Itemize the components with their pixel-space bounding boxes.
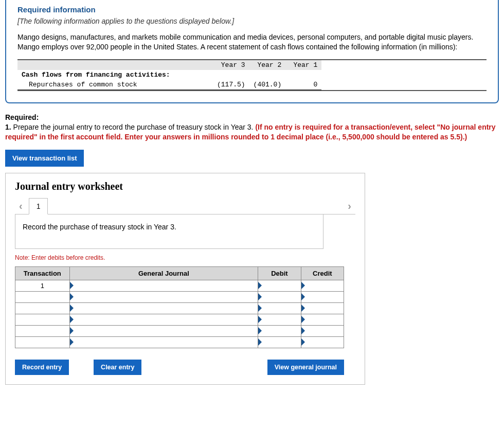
required-block: Required: 1. Prepare the journal entry t… bbox=[5, 113, 499, 142]
account-cell[interactable] bbox=[69, 314, 258, 326]
col-general-journal: General Journal bbox=[69, 267, 258, 280]
dropdown-icon bbox=[301, 282, 305, 289]
debit-cell[interactable] bbox=[258, 326, 301, 337]
debit-cell[interactable] bbox=[258, 280, 301, 292]
account-cell[interactable] bbox=[69, 303, 258, 314]
required-label: Required: bbox=[5, 113, 39, 121]
col-year2: Year 2 bbox=[249, 60, 286, 70]
section-label: Cash flows from financing activities: bbox=[17, 70, 213, 80]
credit-cell[interactable] bbox=[301, 303, 344, 314]
transaction-cell bbox=[15, 326, 70, 337]
view-transaction-list-button[interactable]: View transaction list bbox=[5, 150, 84, 167]
required-information-title: Required information bbox=[17, 5, 487, 14]
tab-1[interactable]: 1 bbox=[29, 198, 48, 214]
account-cell[interactable] bbox=[69, 280, 258, 292]
dropdown-icon bbox=[70, 305, 74, 312]
row-repurchases-y1: 0 bbox=[285, 80, 321, 90]
dropdown-icon bbox=[70, 338, 74, 346]
credit-cell[interactable] bbox=[301, 314, 344, 326]
view-general-journal-button[interactable]: View general journal bbox=[267, 360, 344, 375]
record-entry-button[interactable]: Record entry bbox=[15, 360, 69, 375]
account-cell[interactable] bbox=[69, 292, 258, 303]
dropdown-icon bbox=[301, 305, 305, 312]
clear-entry-button[interactable]: Clear entry bbox=[94, 360, 141, 375]
required-item-number: 1. bbox=[5, 123, 11, 131]
applies-note: [The following information applies to th… bbox=[17, 17, 487, 25]
chevron-right-icon[interactable]: › bbox=[344, 200, 355, 212]
dropdown-icon bbox=[258, 316, 262, 323]
dropdown-icon bbox=[301, 327, 305, 334]
dropdown-icon bbox=[301, 316, 305, 323]
debit-cell[interactable] bbox=[258, 303, 301, 314]
col-transaction: Transaction bbox=[15, 267, 70, 280]
account-cell[interactable] bbox=[69, 337, 258, 348]
row-repurchases-y3: (117.5) bbox=[213, 80, 249, 90]
required-text: Prepare the journal entry to record the … bbox=[11, 123, 256, 131]
credit-cell[interactable] bbox=[301, 337, 344, 348]
debit-cell[interactable] bbox=[258, 314, 301, 326]
col-credit: Credit bbox=[301, 267, 344, 280]
credit-cell[interactable] bbox=[301, 280, 344, 292]
credit-cell[interactable] bbox=[301, 326, 344, 337]
scenario-paragraph: Mango designs, manufactures, and markets… bbox=[17, 32, 487, 52]
note-debits-before-credits: Note: Enter debits before credits. bbox=[15, 254, 355, 261]
transaction-cell bbox=[15, 314, 70, 326]
worksheet-tab-row: ‹ 1 › bbox=[15, 198, 355, 214]
dropdown-icon bbox=[301, 293, 305, 300]
dropdown-icon bbox=[258, 305, 262, 312]
debit-cell[interactable] bbox=[258, 337, 301, 348]
dropdown-icon bbox=[70, 327, 74, 334]
dropdown-icon bbox=[258, 282, 262, 289]
worksheet-title: Journal entry worksheet bbox=[15, 181, 355, 192]
transaction-cell bbox=[15, 337, 70, 348]
credit-cell[interactable] bbox=[301, 292, 344, 303]
journal-entry-worksheet: Journal entry worksheet ‹ 1 › Record the… bbox=[5, 173, 365, 385]
col-debit: Debit bbox=[258, 267, 301, 280]
dropdown-icon bbox=[70, 316, 74, 323]
required-information-card: Required information [The following info… bbox=[5, 0, 499, 103]
transaction-number: 1 bbox=[15, 280, 70, 292]
col-year3: Year 3 bbox=[213, 60, 249, 70]
dropdown-icon bbox=[70, 293, 74, 300]
entry-instruction: Record the purchase of treasury stock in… bbox=[15, 214, 323, 249]
dropdown-icon bbox=[258, 338, 262, 346]
transaction-cell bbox=[15, 303, 70, 314]
debit-cell[interactable] bbox=[258, 292, 301, 303]
journal-table: Transaction General Journal Debit Credit… bbox=[15, 266, 344, 348]
dropdown-icon bbox=[301, 338, 305, 346]
transaction-cell bbox=[15, 292, 70, 303]
account-cell[interactable] bbox=[69, 326, 258, 337]
row-repurchases-label: Repurchases of common stock bbox=[17, 80, 213, 90]
dropdown-icon bbox=[258, 293, 262, 300]
row-repurchases-y2: (401.0) bbox=[249, 80, 286, 90]
cash-flows-table: Year 3 Year 2 Year 1 Cash flows from fin… bbox=[17, 59, 487, 91]
col-year1: Year 1 bbox=[285, 60, 321, 70]
dropdown-icon bbox=[70, 282, 74, 289]
dropdown-icon bbox=[258, 327, 262, 334]
chevron-left-icon[interactable]: ‹ bbox=[15, 200, 27, 212]
